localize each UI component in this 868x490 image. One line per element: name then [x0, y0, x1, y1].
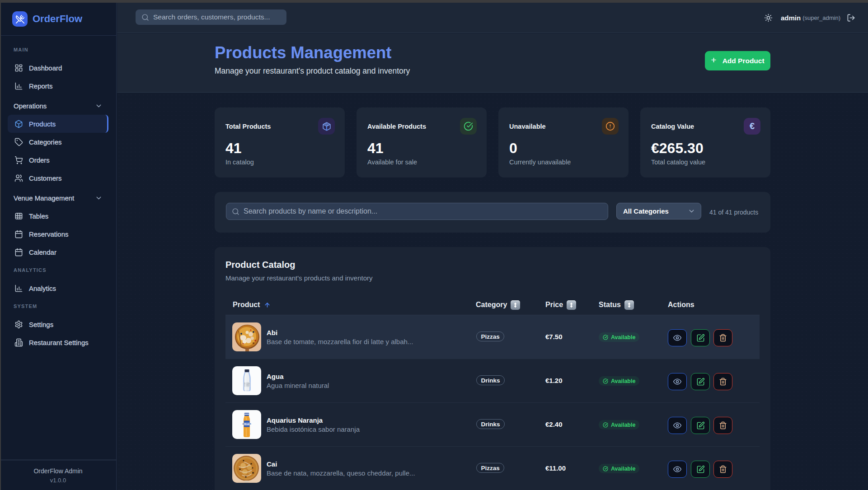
svg-text:AQUARIUS: AQUARIUS [243, 423, 252, 425]
